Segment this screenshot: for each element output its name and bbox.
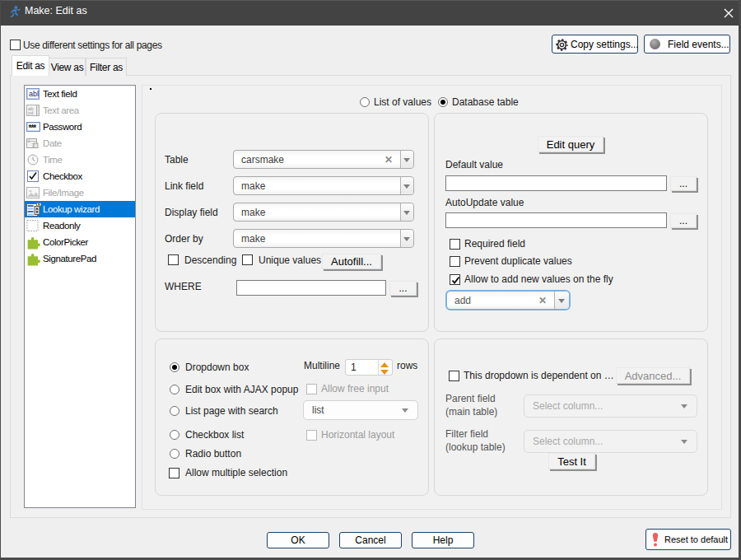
svg-text:***: *** bbox=[29, 124, 37, 133]
svg-text:£: £ bbox=[28, 138, 30, 143]
svg-text:cd: cd bbox=[28, 110, 33, 115]
svg-text:abl: abl bbox=[29, 90, 39, 98]
